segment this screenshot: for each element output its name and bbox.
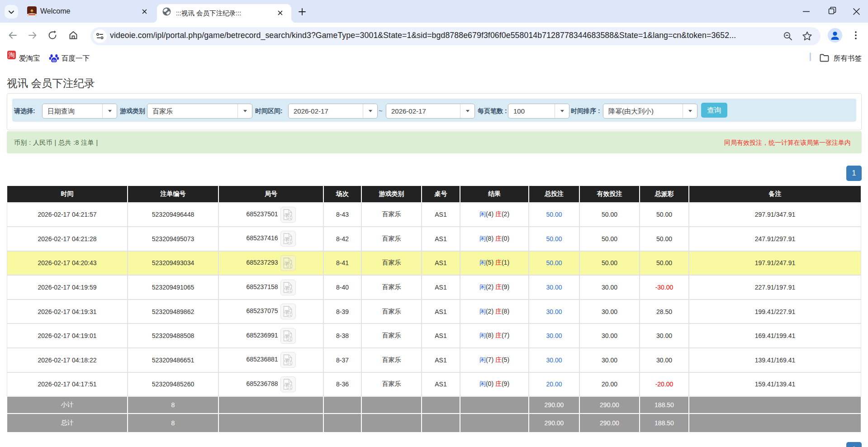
- svg-text:♠: ♠: [30, 7, 33, 14]
- svg-text:du: du: [52, 58, 56, 62]
